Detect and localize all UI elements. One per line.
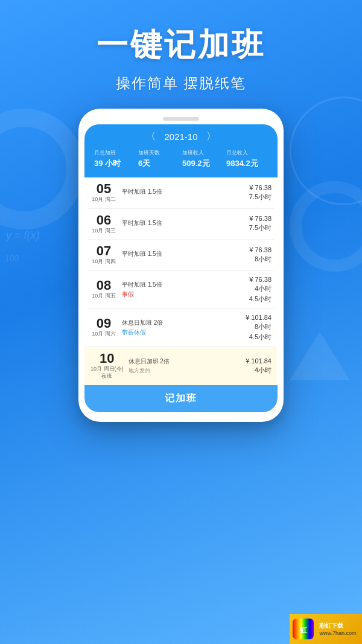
overtime-type-08: 平时加班 1.5倍 — [122, 281, 233, 289]
phone-notch — [84, 117, 278, 121]
date-day-07: 07 — [91, 244, 117, 258]
record-info-10: 休息日加班 2倍 地方发的 — [129, 357, 233, 375]
stat-value-1: 6天 — [138, 158, 180, 169]
record-hours2-09: 4.5小时 — [245, 333, 272, 342]
record-row-09[interactable]: 09 10月 周六 休息日加班 2倍 带薪休假 ¥ 101.84 8小时 4.5… — [88, 309, 274, 347]
record-row-08[interactable]: 08 10月 周五 平时加班 1.5倍 事假 ¥ 76.38 4小时 4.5小时 — [88, 271, 274, 309]
record-right-05: ¥ 76.38 7.5小时 — [238, 184, 272, 202]
record-right-09: ¥ 101.84 8小时 4.5小时 — [238, 314, 272, 342]
date-day-09: 09 — [91, 317, 117, 330]
stat-value-0: 39 小时 — [94, 158, 136, 169]
date-block-08: 08 10月 周五 — [91, 279, 117, 300]
record-amount-06: ¥ 76.38 — [238, 215, 272, 222]
watermark-icon: 虹 — [293, 619, 314, 640]
date-detail-07: 10月 周四 — [91, 258, 117, 266]
records-list: 05 10月 周二 平时加班 1.5倍 ¥ 76.38 7.5小时 06 — [84, 177, 278, 385]
record-row-10[interactable]: 10 10月 周日(今) 夜班 休息日加班 2倍 地方发的 ¥ 101.84 4… — [84, 347, 278, 385]
leave-type-09: 带薪休假 — [122, 328, 233, 337]
date-block-07: 07 10月 周四 — [91, 244, 117, 266]
svg-text:虹: 虹 — [300, 626, 308, 634]
record-right-08: ¥ 76.38 4小时 4.5小时 — [238, 276, 272, 304]
main-title: 一键记加班 — [0, 24, 362, 66]
stat-label-2: 加班收入 — [182, 149, 224, 157]
record-amount-09: ¥ 101.84 — [238, 314, 272, 321]
note-10: 地方发的 — [129, 367, 233, 375]
current-month: 2021-10 — [164, 132, 197, 142]
record-info-06: 平时加班 1.5倍 — [122, 219, 233, 229]
date-day-10: 10 — [91, 352, 124, 365]
month-nav: 〈 2021-10 〉 — [94, 130, 268, 143]
page-header: 一键记加班 操作简单 摆脱纸笔 — [0, 0, 362, 93]
record-hours2-08: 4.5小时 — [245, 295, 272, 304]
record-row-06[interactable]: 06 10月 周三 平时加班 1.5倍 ¥ 76.38 7.5小时 — [88, 209, 274, 240]
record-info-07: 平时加班 1.5倍 — [122, 250, 233, 260]
record-hours-08: 4小时 — [245, 284, 272, 293]
record-hours-10: 4小时 — [245, 366, 272, 375]
phone-mockup: 〈 2021-10 〉 月总加班 39 小时 加班天数 6天 加班收入 — [78, 109, 284, 422]
record-hours-07: 8小时 — [245, 255, 272, 264]
record-right-07: ¥ 76.38 8小时 — [238, 246, 272, 264]
record-info-08: 平时加班 1.5倍 事假 — [122, 281, 233, 299]
record-amount-07: ¥ 76.38 — [238, 246, 272, 253]
stats-row: 月总加班 39 小时 加班天数 6天 加班收入 509.2元 月总收入 9834… — [94, 149, 268, 169]
stat-total-income: 月总收入 9834.2元 — [226, 149, 268, 169]
sub-title: 操作简单 摆脱纸笔 — [0, 74, 362, 93]
phone-screen: 〈 2021-10 〉 月总加班 39 小时 加班天数 6天 加班收入 — [84, 124, 278, 412]
overtime-type-09: 休息日加班 2倍 — [122, 319, 233, 327]
overtime-type-05: 平时加班 1.5倍 — [122, 188, 233, 196]
stat-label-0: 月总加班 — [94, 149, 136, 157]
next-month-button[interactable]: 〉 — [206, 130, 216, 143]
record-right-06: ¥ 76.38 7.5小时 — [238, 215, 272, 232]
record-amount-05: ¥ 76.38 — [238, 184, 272, 191]
stat-overtime-income: 加班收入 509.2元 — [182, 149, 224, 169]
date-detail-10: 10月 周日(今) 夜班 — [91, 365, 124, 380]
stat-label-1: 加班天数 — [138, 149, 180, 157]
overtime-type-10: 休息日加班 2倍 — [129, 357, 233, 366]
date-detail-05: 10月 周二 — [91, 196, 117, 203]
date-day-05: 05 — [91, 182, 117, 196]
date-detail-09: 10月 周六 — [91, 330, 117, 338]
overtime-type-06: 平时加班 1.5倍 — [122, 219, 233, 228]
date-detail-08: 10月 周五 — [91, 292, 117, 300]
phone-speaker — [163, 117, 199, 121]
app-header: 〈 2021-10 〉 月总加班 39 小时 加班天数 6天 加班收入 — [84, 124, 278, 177]
record-amount-08: ¥ 76.38 — [238, 276, 272, 283]
date-detail-06: 10月 周三 — [91, 227, 117, 235]
action-button[interactable]: 记加班 — [84, 385, 278, 412]
prev-month-button[interactable]: 〈 — [146, 130, 156, 143]
record-info-05: 平时加班 1.5倍 — [122, 188, 233, 197]
record-hours-05: 7.5小时 — [245, 193, 272, 202]
record-amount-10: ¥ 101.84 — [238, 357, 272, 365]
date-block-05: 05 10月 周二 — [91, 182, 117, 203]
record-info-09: 休息日加班 2倍 带薪休假 — [122, 319, 233, 337]
watermark-site: www.7han.com — [319, 630, 356, 636]
watermark-brand: 彩虹下载 — [319, 622, 356, 630]
date-block-09: 09 10月 周六 — [91, 317, 117, 338]
record-row-07[interactable]: 07 10月 周四 平时加班 1.5倍 ¥ 76.38 8小时 — [88, 240, 274, 271]
stat-total-overtime: 月总加班 39 小时 — [94, 149, 136, 169]
phone-outer: 〈 2021-10 〉 月总加班 39 小时 加班天数 6天 加班收入 — [78, 109, 284, 422]
record-hours-09: 8小时 — [245, 322, 272, 331]
stat-value-2: 509.2元 — [182, 158, 224, 169]
date-day-06: 06 — [91, 214, 117, 227]
watermark: 虹 彩虹下载 www.7han.com — [290, 614, 362, 644]
stat-overtime-days: 加班天数 6天 — [138, 149, 180, 169]
record-hours-06: 7.5小时 — [245, 223, 272, 232]
overtime-type-07: 平时加班 1.5倍 — [122, 250, 233, 258]
stat-label-3: 月总收入 — [226, 149, 268, 157]
date-day-08: 08 — [91, 279, 117, 292]
leave-type-08: 事假 — [122, 290, 233, 299]
date-block-06: 06 10月 周三 — [91, 214, 117, 235]
record-right-10: ¥ 101.84 4小时 — [238, 357, 272, 375]
date-block-10: 10 10月 周日(今) 夜班 — [91, 352, 124, 380]
stat-value-3: 9834.2元 — [226, 158, 268, 169]
record-row-05[interactable]: 05 10月 周二 平时加班 1.5倍 ¥ 76.38 7.5小时 — [88, 177, 274, 209]
